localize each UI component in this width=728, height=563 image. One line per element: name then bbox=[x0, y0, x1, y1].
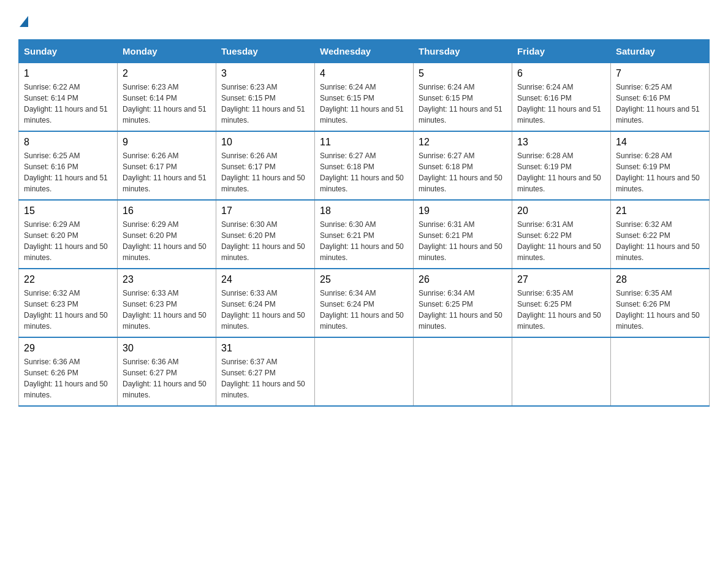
calendar-cell bbox=[512, 337, 611, 406]
day-detail: Sunrise: 6:23 AMSunset: 6:15 PMDaylight:… bbox=[221, 82, 309, 126]
col-header-wednesday: Wednesday bbox=[315, 40, 414, 63]
day-number: 1 bbox=[24, 68, 112, 79]
day-detail: Sunrise: 6:27 AMSunset: 6:18 PMDaylight:… bbox=[419, 150, 507, 194]
day-number: 12 bbox=[419, 137, 507, 148]
day-number: 4 bbox=[320, 68, 408, 79]
logo-triangle-icon bbox=[20, 16, 28, 27]
calendar-cell: 30 Sunrise: 6:36 AMSunset: 6:27 PMDaylig… bbox=[118, 337, 216, 406]
day-detail: Sunrise: 6:30 AMSunset: 6:21 PMDaylight:… bbox=[320, 219, 408, 263]
day-number: 5 bbox=[419, 68, 507, 79]
calendar-cell: 14 Sunrise: 6:28 AMSunset: 6:19 PMDaylig… bbox=[611, 131, 710, 200]
calendar-cell: 8 Sunrise: 6:25 AMSunset: 6:16 PMDayligh… bbox=[19, 131, 118, 200]
calendar-cell: 26 Sunrise: 6:34 AMSunset: 6:25 PMDaylig… bbox=[414, 269, 512, 337]
day-number: 3 bbox=[221, 68, 309, 79]
day-number: 15 bbox=[24, 205, 112, 216]
day-detail: Sunrise: 6:36 AMSunset: 6:27 PMDaylight:… bbox=[123, 356, 211, 400]
day-number: 20 bbox=[517, 205, 605, 216]
calendar-cell: 12 Sunrise: 6:27 AMSunset: 6:18 PMDaylig… bbox=[414, 131, 512, 200]
calendar-cell: 7 Sunrise: 6:25 AMSunset: 6:16 PMDayligh… bbox=[611, 63, 710, 132]
day-detail: Sunrise: 6:24 AMSunset: 6:15 PMDaylight:… bbox=[320, 82, 408, 126]
day-detail: Sunrise: 6:35 AMSunset: 6:25 PMDaylight:… bbox=[517, 288, 605, 332]
calendar-cell: 27 Sunrise: 6:35 AMSunset: 6:25 PMDaylig… bbox=[512, 269, 611, 337]
calendar-cell: 2 Sunrise: 6:23 AMSunset: 6:14 PMDayligh… bbox=[118, 63, 216, 132]
calendar-cell bbox=[611, 337, 710, 406]
day-detail: Sunrise: 6:29 AMSunset: 6:20 PMDaylight:… bbox=[24, 219, 112, 263]
week-row-3: 15 Sunrise: 6:29 AMSunset: 6:20 PMDaylig… bbox=[19, 200, 710, 269]
calendar-cell: 17 Sunrise: 6:30 AMSunset: 6:20 PMDaylig… bbox=[216, 200, 315, 269]
col-header-monday: Monday bbox=[118, 40, 216, 63]
day-number: 24 bbox=[221, 274, 309, 285]
calendar-cell: 3 Sunrise: 6:23 AMSunset: 6:15 PMDayligh… bbox=[216, 63, 315, 132]
day-number: 18 bbox=[320, 205, 408, 216]
day-number: 7 bbox=[616, 68, 704, 79]
calendar-cell: 31 Sunrise: 6:37 AMSunset: 6:27 PMDaylig… bbox=[216, 337, 315, 406]
col-header-sunday: Sunday bbox=[19, 40, 118, 63]
header-row: SundayMondayTuesdayWednesdayThursdayFrid… bbox=[19, 40, 710, 63]
calendar-cell: 16 Sunrise: 6:29 AMSunset: 6:20 PMDaylig… bbox=[118, 200, 216, 269]
day-number: 2 bbox=[123, 68, 211, 79]
week-row-4: 22 Sunrise: 6:32 AMSunset: 6:23 PMDaylig… bbox=[19, 269, 710, 337]
day-number: 21 bbox=[616, 205, 704, 216]
calendar-cell: 19 Sunrise: 6:31 AMSunset: 6:21 PMDaylig… bbox=[414, 200, 512, 269]
day-number: 17 bbox=[221, 205, 309, 216]
col-header-friday: Friday bbox=[512, 40, 611, 63]
calendar-cell: 5 Sunrise: 6:24 AMSunset: 6:15 PMDayligh… bbox=[414, 63, 512, 132]
col-header-saturday: Saturday bbox=[611, 40, 710, 63]
calendar-cell: 13 Sunrise: 6:28 AMSunset: 6:19 PMDaylig… bbox=[512, 131, 611, 200]
calendar-cell: 23 Sunrise: 6:33 AMSunset: 6:23 PMDaylig… bbox=[118, 269, 216, 337]
calendar-cell: 22 Sunrise: 6:32 AMSunset: 6:23 PMDaylig… bbox=[19, 269, 118, 337]
day-number: 22 bbox=[24, 274, 112, 285]
week-row-5: 29 Sunrise: 6:36 AMSunset: 6:26 PMDaylig… bbox=[19, 337, 710, 406]
day-detail: Sunrise: 6:22 AMSunset: 6:14 PMDaylight:… bbox=[24, 82, 112, 126]
calendar-cell bbox=[315, 337, 414, 406]
day-number: 16 bbox=[123, 205, 211, 216]
day-number: 11 bbox=[320, 137, 408, 148]
day-detail: Sunrise: 6:28 AMSunset: 6:19 PMDaylight:… bbox=[517, 150, 605, 194]
day-detail: Sunrise: 6:34 AMSunset: 6:25 PMDaylight:… bbox=[419, 288, 507, 332]
day-detail: Sunrise: 6:36 AMSunset: 6:26 PMDaylight:… bbox=[24, 356, 112, 400]
calendar-cell: 21 Sunrise: 6:32 AMSunset: 6:22 PMDaylig… bbox=[611, 200, 710, 269]
day-detail: Sunrise: 6:32 AMSunset: 6:22 PMDaylight:… bbox=[616, 219, 704, 263]
day-number: 26 bbox=[419, 274, 507, 285]
col-header-tuesday: Tuesday bbox=[216, 40, 315, 63]
day-detail: Sunrise: 6:33 AMSunset: 6:23 PMDaylight:… bbox=[123, 288, 211, 332]
day-detail: Sunrise: 6:23 AMSunset: 6:14 PMDaylight:… bbox=[123, 82, 211, 126]
day-detail: Sunrise: 6:28 AMSunset: 6:19 PMDaylight:… bbox=[616, 150, 704, 194]
header bbox=[18, 18, 710, 27]
calendar-cell: 6 Sunrise: 6:24 AMSunset: 6:16 PMDayligh… bbox=[512, 63, 611, 132]
calendar-cell: 18 Sunrise: 6:30 AMSunset: 6:21 PMDaylig… bbox=[315, 200, 414, 269]
calendar-cell: 24 Sunrise: 6:33 AMSunset: 6:24 PMDaylig… bbox=[216, 269, 315, 337]
day-detail: Sunrise: 6:31 AMSunset: 6:21 PMDaylight:… bbox=[419, 219, 507, 263]
calendar-cell: 10 Sunrise: 6:26 AMSunset: 6:17 PMDaylig… bbox=[216, 131, 315, 200]
calendar-cell: 15 Sunrise: 6:29 AMSunset: 6:20 PMDaylig… bbox=[19, 200, 118, 269]
day-detail: Sunrise: 6:35 AMSunset: 6:26 PMDaylight:… bbox=[616, 288, 704, 332]
calendar-cell bbox=[414, 337, 512, 406]
logo bbox=[18, 18, 28, 27]
calendar-cell: 20 Sunrise: 6:31 AMSunset: 6:22 PMDaylig… bbox=[512, 200, 611, 269]
calendar-cell: 29 Sunrise: 6:36 AMSunset: 6:26 PMDaylig… bbox=[19, 337, 118, 406]
calendar-cell: 4 Sunrise: 6:24 AMSunset: 6:15 PMDayligh… bbox=[315, 63, 414, 132]
day-number: 19 bbox=[419, 205, 507, 216]
day-number: 28 bbox=[616, 274, 704, 285]
day-number: 31 bbox=[221, 343, 309, 354]
calendar-table: SundayMondayTuesdayWednesdayThursdayFrid… bbox=[18, 39, 710, 407]
calendar-cell: 25 Sunrise: 6:34 AMSunset: 6:24 PMDaylig… bbox=[315, 269, 414, 337]
day-number: 8 bbox=[24, 137, 112, 148]
day-number: 13 bbox=[517, 137, 605, 148]
day-number: 27 bbox=[517, 274, 605, 285]
day-number: 29 bbox=[24, 343, 112, 354]
col-header-thursday: Thursday bbox=[414, 40, 512, 63]
day-detail: Sunrise: 6:26 AMSunset: 6:17 PMDaylight:… bbox=[123, 150, 211, 194]
day-detail: Sunrise: 6:24 AMSunset: 6:15 PMDaylight:… bbox=[419, 82, 507, 126]
week-row-1: 1 Sunrise: 6:22 AMSunset: 6:14 PMDayligh… bbox=[19, 63, 710, 132]
day-number: 30 bbox=[123, 343, 211, 354]
day-number: 10 bbox=[221, 137, 309, 148]
week-row-2: 8 Sunrise: 6:25 AMSunset: 6:16 PMDayligh… bbox=[19, 131, 710, 200]
day-detail: Sunrise: 6:29 AMSunset: 6:20 PMDaylight:… bbox=[123, 219, 211, 263]
day-detail: Sunrise: 6:37 AMSunset: 6:27 PMDaylight:… bbox=[221, 356, 309, 400]
day-number: 25 bbox=[320, 274, 408, 285]
calendar-cell: 1 Sunrise: 6:22 AMSunset: 6:14 PMDayligh… bbox=[19, 63, 118, 132]
day-number: 6 bbox=[517, 68, 605, 79]
day-detail: Sunrise: 6:32 AMSunset: 6:23 PMDaylight:… bbox=[24, 288, 112, 332]
day-detail: Sunrise: 6:24 AMSunset: 6:16 PMDaylight:… bbox=[517, 82, 605, 126]
